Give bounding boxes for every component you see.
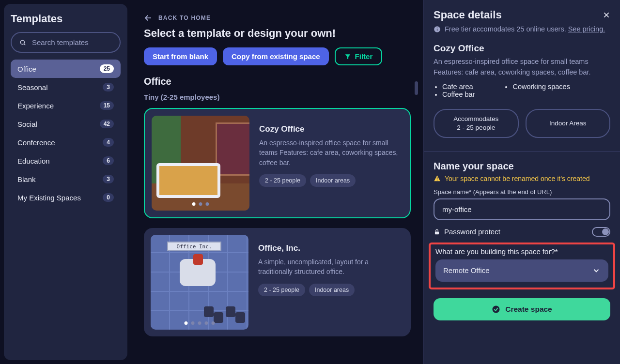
sidebar-item-count: 4 xyxy=(103,138,114,147)
feature-list: Cafe areaCoffee bar Coworking spaces xyxy=(424,83,620,98)
sidebar-item-label: Experience xyxy=(17,102,54,110)
copy-existing-button[interactable]: Copy from existing space xyxy=(223,47,329,65)
space-name-label: Space name* (Appears at the end of URL) xyxy=(424,188,620,196)
sidebar-title: Templates xyxy=(11,13,121,25)
purpose-label: What are you building this space for?* xyxy=(435,247,608,256)
feature-item: Coworking spaces xyxy=(512,83,570,91)
main-heading: Select a template or design your own! xyxy=(144,27,411,40)
close-panel-button[interactable] xyxy=(603,11,610,19)
areas-chip: Indoor areas xyxy=(310,174,356,187)
template-thumbnail: Office Inc. xyxy=(151,235,248,330)
svg-point-0 xyxy=(20,40,24,44)
svg-rect-7 xyxy=(437,28,437,28)
sidebar-item-my-existing-spaces[interactable]: My Existing Spaces0 xyxy=(11,188,121,207)
template-description: A simple, uncomplicated, layout for a tr… xyxy=(258,257,404,277)
check-circle-icon xyxy=(492,305,500,314)
selected-template-desc: An espresso-inspired office space for sm… xyxy=(424,57,620,78)
feature-item: Cafe area xyxy=(442,83,475,91)
template-title: Cozy Office xyxy=(259,124,403,134)
section-title: Office xyxy=(144,76,411,87)
sidebar-item-education[interactable]: Education6 xyxy=(11,152,121,170)
sidebar-item-count: 42 xyxy=(100,120,114,128)
sidebar-item-office[interactable]: Office25 xyxy=(11,60,121,78)
sidebar-item-count: 15 xyxy=(100,101,114,110)
arrow-left-icon xyxy=(144,14,153,22)
divider xyxy=(424,152,620,152)
sidebar-item-label: Social xyxy=(17,120,37,128)
main-area: BACK TO HOME Select a template or design… xyxy=(131,0,423,364)
purpose-highlight: What are you building this space for?* R… xyxy=(429,243,615,289)
search-input[interactable] xyxy=(31,38,112,47)
back-to-home[interactable]: BACK TO HOME xyxy=(144,14,411,22)
sidebar-item-count: 3 xyxy=(103,83,114,91)
back-label: BACK TO HOME xyxy=(158,15,211,21)
rename-warning: Your space cannot be renamed once it's c… xyxy=(424,175,620,182)
areas-chip: Indoor areas xyxy=(309,284,355,296)
purpose-select[interactable]: Remote Office xyxy=(435,259,608,282)
info-icon xyxy=(434,26,441,33)
space-details-panel: Space details Free tier accomodates 25 o… xyxy=(423,0,620,364)
capacity-pill: Accommodates 2 - 25 people xyxy=(434,109,519,138)
svg-point-11 xyxy=(493,305,500,313)
sidebar-item-label: Blank xyxy=(17,175,36,183)
purpose-value: Remote Office xyxy=(443,266,490,274)
subsection-title: Tiny (2-25 employees) xyxy=(144,93,411,101)
panel-title: Space details xyxy=(434,9,502,21)
templates-sidebar: Templates Office25Seasonal3Experience15S… xyxy=(4,4,127,360)
sidebar-item-label: Seasonal xyxy=(17,83,48,91)
sidebar-item-label: Office xyxy=(17,65,36,73)
sidebar-item-blank[interactable]: Blank3 xyxy=(11,170,121,188)
template-thumbnail xyxy=(152,116,249,211)
sidebar-item-seasonal[interactable]: Seasonal3 xyxy=(11,78,121,96)
sidebar-item-count: 0 xyxy=(103,193,114,202)
filter-button[interactable]: Filter xyxy=(335,47,383,65)
sidebar-item-conference[interactable]: Conference4 xyxy=(11,133,121,152)
lock-icon xyxy=(434,228,440,235)
create-space-button[interactable]: Create space xyxy=(434,298,610,320)
capacity-chip: 2 - 25 people xyxy=(258,284,305,296)
areas-pill: Indoor Areas xyxy=(526,109,611,138)
svg-rect-6 xyxy=(437,29,437,30)
search-icon xyxy=(19,39,26,46)
see-pricing-link[interactable]: See pricing. xyxy=(568,25,605,33)
scrollbar[interactable] xyxy=(415,81,418,95)
template-card-office-inc[interactable]: Office Inc. Office, Inc. A simple, uncom… xyxy=(144,228,411,336)
sidebar-item-label: Conference xyxy=(17,138,55,147)
svg-line-1 xyxy=(24,44,26,45)
warning-icon xyxy=(434,175,441,182)
selected-template-title: Cozy Office xyxy=(424,43,620,54)
sidebar-item-social[interactable]: Social42 xyxy=(11,115,121,133)
space-name-input[interactable] xyxy=(434,198,610,220)
feature-item: Coffee bar xyxy=(442,91,475,98)
filter-icon xyxy=(344,53,351,60)
template-card-cozy-office[interactable]: Cozy Office An espresso-inspired office … xyxy=(144,108,411,218)
thumbnail-label: Office Inc. xyxy=(167,242,221,251)
chevron-down-icon xyxy=(592,266,601,275)
tier-note: Free tier accomodates 25 online users. S… xyxy=(424,24,620,34)
close-icon xyxy=(603,11,610,19)
search-templates[interactable] xyxy=(11,32,121,53)
template-title: Office, Inc. xyxy=(258,243,404,253)
sidebar-item-count: 6 xyxy=(103,156,114,165)
sidebar-item-experience[interactable]: Experience15 xyxy=(11,96,121,115)
sidebar-item-count: 25 xyxy=(100,64,114,73)
start-from-blank-button[interactable]: Start from blank xyxy=(144,47,217,65)
sidebar-item-label: My Existing Spaces xyxy=(17,194,81,202)
name-space-heading: Name your space xyxy=(424,161,620,172)
template-description: An espresso-inspired office space for sm… xyxy=(259,138,403,167)
carousel-dots[interactable] xyxy=(192,202,209,206)
sidebar-item-label: Education xyxy=(17,157,50,165)
capacity-chip: 2 - 25 people xyxy=(259,174,306,187)
svg-rect-8 xyxy=(437,177,437,179)
password-toggle[interactable] xyxy=(592,227,610,237)
password-protect-label: Password protect xyxy=(434,228,500,236)
carousel-dots[interactable] xyxy=(185,321,215,325)
svg-rect-10 xyxy=(435,231,439,234)
svg-rect-9 xyxy=(437,180,437,181)
sidebar-item-count: 3 xyxy=(103,175,114,183)
